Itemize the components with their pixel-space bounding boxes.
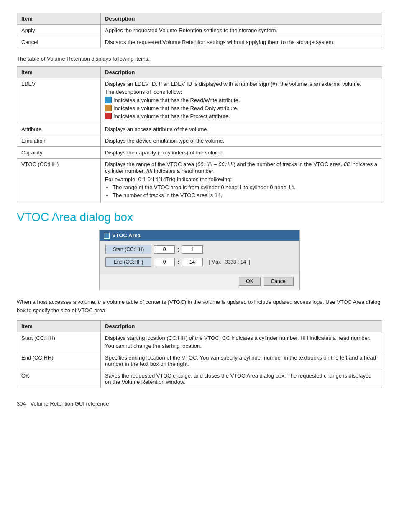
table3-ok-desc: Saves the requested VTOC change, and clo… bbox=[101, 370, 382, 388]
table2-col1-header: Item bbox=[17, 67, 101, 78]
icon-prot-label: Indicates a volume that has the Protect … bbox=[113, 113, 230, 119]
icon-ro-label: Indicates a volume that has the Read Onl… bbox=[113, 105, 238, 111]
dialog-start-row: Start (CC:HH) : bbox=[105, 245, 294, 254]
dialog-end-label: End (CC:HH) bbox=[105, 257, 151, 267]
table1-row1-desc: Applies the requested Volume Retention s… bbox=[101, 25, 382, 36]
table-volume-retention: Item Description LDEV Displays an LDEV I… bbox=[17, 66, 382, 203]
table-row: OK Saves the requested VTOC change, and … bbox=[17, 370, 382, 388]
table-row: LDEV Displays an LDEV ID. If an LDEV ID … bbox=[17, 78, 382, 123]
list-item: The number of tracks in the VTOC area is… bbox=[113, 192, 378, 198]
vtoc-body-text: When a host accesses a volume, the volum… bbox=[17, 298, 382, 314]
table-row: VTOC (CC:HH) Displays the range of the V… bbox=[17, 159, 382, 203]
vtoc-area-dialog: VTOC Area Start (CC:HH) : End (CC:HH) : … bbox=[99, 230, 300, 290]
table2-vtoc-item: VTOC (CC:HH) bbox=[17, 159, 101, 203]
table3-end-item: End (CC:HH) bbox=[17, 352, 101, 370]
table1-row2-item: Cancel bbox=[17, 36, 101, 48]
table1-row1-item: Apply bbox=[17, 25, 101, 36]
dialog-ok-button[interactable]: OK bbox=[239, 277, 260, 286]
dialog-titlebar: VTOC Area bbox=[100, 230, 299, 241]
table2-emulation-desc: Displays the device emulation type of th… bbox=[101, 135, 382, 147]
dialog-end-colon: : bbox=[177, 259, 179, 265]
dialog-start-input-cc[interactable] bbox=[154, 245, 175, 254]
table2-ldev-item: LDEV bbox=[17, 78, 101, 123]
table3-col1-header: Item bbox=[17, 321, 101, 332]
table3-start-item: Start (CC:HH) bbox=[17, 332, 101, 352]
dialog-start-label: Start (CC:HH) bbox=[105, 245, 151, 254]
table2-emulation-item: Emulation bbox=[17, 135, 101, 147]
table-vtoc-items: Item Description Start (CC:HH) Displays … bbox=[17, 320, 382, 388]
dialog-icon bbox=[104, 233, 110, 239]
page-number: 304 bbox=[17, 401, 26, 407]
dialog-start-colon: : bbox=[177, 246, 179, 253]
table2-col2-header: Description bbox=[101, 67, 382, 78]
table3-end-desc: Specifies ending location of the VTOC. Y… bbox=[101, 352, 382, 370]
dialog-footer: OK Cancel bbox=[100, 274, 299, 290]
list-item: The range of the VTOC area is from cylin… bbox=[113, 184, 378, 190]
page-footer: 304 Volume Retention GUI reference bbox=[17, 401, 382, 407]
readonly-icon bbox=[105, 105, 112, 111]
table-row: Apply Applies the requested Volume Reten… bbox=[17, 25, 382, 36]
table3-ok-item: OK bbox=[17, 370, 101, 388]
table2-ldev-desc: Displays an LDEV ID. If an LDEV ID is di… bbox=[101, 78, 382, 123]
protect-icon bbox=[105, 113, 112, 119]
dialog-end-input-cc[interactable] bbox=[154, 258, 175, 266]
dialog-cancel-button[interactable]: Cancel bbox=[264, 277, 294, 286]
table3-col2-header: Description bbox=[101, 321, 382, 332]
readwrite-icon bbox=[105, 97, 112, 103]
table2-attribute-desc: Displays an access attribute of the volu… bbox=[101, 123, 382, 135]
table2-vtoc-desc: Displays the range of the VTOC area (CC:… bbox=[101, 159, 382, 203]
table2-capacity-item: Capacity bbox=[17, 147, 101, 159]
page-label: Volume Retention GUI reference bbox=[31, 401, 109, 407]
icon-rw-label: Indicates a volume that has the Read/Wri… bbox=[113, 97, 240, 103]
table1-col2-header: Description bbox=[101, 13, 382, 25]
dialog-body: Start (CC:HH) : End (CC:HH) : [ Max 3338… bbox=[100, 241, 299, 274]
table-row: Capacity Displays the capacity (in cylin… bbox=[17, 147, 382, 159]
table1-col1-header: Item bbox=[17, 13, 101, 25]
table1-row2-desc: Discards the requested Volume Retention … bbox=[101, 36, 382, 48]
table-row: Start (CC:HH) Displays starting location… bbox=[17, 332, 382, 352]
table-row: End (CC:HH) Specifies ending location of… bbox=[17, 352, 382, 370]
dialog-title: VTOC Area bbox=[112, 232, 141, 239]
table3-start-desc: Displays starting location (CC:HH) of th… bbox=[101, 332, 382, 352]
table-apply-cancel: Item Description Apply Applies the reque… bbox=[17, 13, 382, 48]
section-intro: The table of Volume Retention displays f… bbox=[17, 56, 382, 62]
table2-capacity-desc: Displays the capacity (in cylinders) of … bbox=[101, 147, 382, 159]
dialog-max-label: [ Max 3338 : 14 ] bbox=[209, 259, 250, 265]
section-title: VTOC Area dialog box bbox=[17, 211, 382, 224]
dialog-end-row: End (CC:HH) : [ Max 3338 : 14 ] bbox=[105, 257, 294, 267]
table2-attribute-item: Attribute bbox=[17, 123, 101, 135]
table-row: Attribute Displays an access attribute o… bbox=[17, 123, 382, 135]
table-row: Emulation Displays the device emulation … bbox=[17, 135, 382, 147]
dialog-end-input-hh[interactable] bbox=[182, 258, 203, 266]
dialog-start-input-hh[interactable] bbox=[182, 245, 203, 254]
table-row: Cancel Discards the requested Volume Ret… bbox=[17, 36, 382, 48]
